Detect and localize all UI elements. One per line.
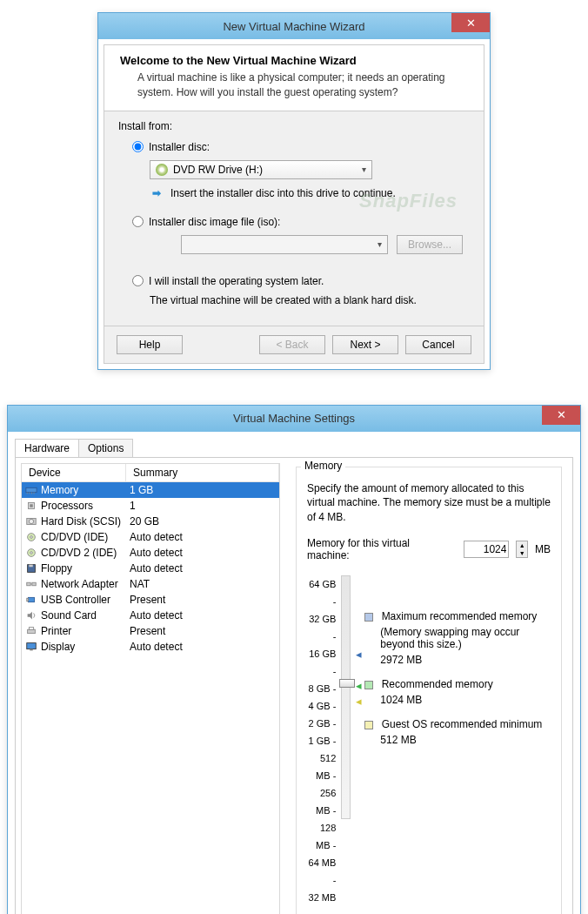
svg-rect-3: [31, 492, 32, 494]
device-name: USB Controller: [41, 594, 110, 606]
memory-slider[interactable]: ◂ ◂ ◂: [341, 575, 351, 819]
device-summary: NAT: [130, 578, 276, 590]
svg-rect-24: [30, 649, 33, 650]
tab-hardware[interactable]: Hardware: [15, 439, 79, 457]
memory-tick: 256 MB ‑: [307, 784, 336, 819]
disc-hint-row: ➡ Insert the installer disc into this dr…: [150, 186, 470, 200]
memory-tick: 1 GB ‑: [307, 732, 336, 749]
wizard-header: Welcome to the New Virtual Machine Wizar…: [104, 45, 484, 111]
device-name: Display: [41, 641, 75, 653]
legend-max: Maximum recommended memory (Memory swapp…: [364, 610, 551, 666]
svg-rect-0: [26, 487, 37, 492]
close-button[interactable]: ✕: [451, 13, 490, 32]
close-button[interactable]: ✕: [542, 406, 580, 425]
close-icon: ✕: [466, 17, 476, 30]
memory-tick: 64 MB ‑: [307, 854, 336, 889]
memory-unit: MB: [535, 543, 551, 555]
radio-iso-input[interactable]: [132, 216, 144, 227]
memory-spinner[interactable]: ▲▼: [516, 541, 528, 558]
memory-input-row: Memory for this virtual machine: ▲▼ MB: [307, 537, 551, 561]
svg-marker-20: [28, 611, 32, 619]
legend-max-note: (Memory swapping may occur beyond this s…: [380, 626, 551, 650]
memory-tick: 4 GB ‑: [307, 697, 336, 715]
radio-disc-input[interactable]: [132, 141, 144, 152]
marker-max-icon: ◂: [356, 648, 362, 661]
legend-rec-value: 1024 MB: [380, 694, 551, 706]
col-device[interactable]: Device: [22, 464, 126, 481]
device-name: CD/DVD (IDE): [41, 531, 108, 543]
legend-rec-label: Recommended memory: [382, 678, 493, 690]
settings-titlebar[interactable]: Virtual Machine Settings ✕: [8, 406, 580, 432]
browse-button[interactable]: Browse...: [397, 235, 463, 254]
disc-icon: [156, 164, 168, 176]
prn-icon: [25, 626, 37, 636]
cpu-icon: [25, 501, 37, 511]
device-summary: 1: [130, 500, 276, 512]
radio-installer-disc[interactable]: Installer disc:: [132, 141, 470, 153]
memory-ticks: 64 GB ‑32 GB ‑16 GB ‑8 GB ‑4 GB ‑2 GB ‑1…: [307, 575, 336, 914]
next-button[interactable]: Next >: [332, 335, 398, 354]
memory-fieldset-label: Memory: [301, 460, 345, 472]
device-summary: 20 GB: [130, 515, 276, 528]
cancel-button[interactable]: Cancel: [405, 335, 471, 354]
device-row[interactable]: Processors1: [22, 498, 279, 514]
wizard-body: Welcome to the New Virtual Machine Wizar…: [104, 44, 484, 364]
svg-rect-19: [27, 598, 29, 601]
memory-tick: 2 GB ‑: [307, 715, 336, 732]
col-summary[interactable]: Summary: [126, 464, 279, 481]
device-row[interactable]: USB ControllerPresent: [22, 592, 279, 608]
drive-select[interactable]: DVD RW Drive (H:): [150, 160, 372, 179]
device-row[interactable]: CD/DVD 2 (IDE)Auto detect: [22, 545, 279, 561]
settings-title: Virtual Machine Settings: [233, 412, 355, 425]
legend-min: Guest OS recommended minimum 512 MB: [364, 718, 551, 746]
help-button[interactable]: Help: [117, 335, 183, 354]
hdd-icon: [25, 516, 37, 527]
device-row[interactable]: Hard Disk (SCSI)20 GB: [22, 514, 279, 529]
close-icon: ✕: [557, 408, 566, 421]
svg-rect-15: [27, 582, 30, 586]
radio-later-input[interactable]: [132, 275, 144, 286]
device-row[interactable]: CD/DVD (IDE)Auto detect: [22, 529, 279, 545]
wizard-titlebar[interactable]: New Virtual Machine Wizard ✕: [98, 13, 490, 39]
square-blue-icon: [364, 613, 373, 622]
legend-min-value: 512 MB: [380, 734, 551, 746]
legend-min-label: Guest OS recommended minimum: [382, 718, 543, 730]
device-row[interactable]: Sound CardAuto detect: [22, 608, 279, 623]
memory-slider-thumb[interactable]: [339, 679, 355, 688]
iso-browse-row: Browse...: [150, 235, 470, 254]
tab-options[interactable]: Options: [78, 439, 133, 457]
svg-point-10: [30, 535, 33, 538]
wizard-subheading: A virtual machine is like a physical com…: [137, 71, 468, 100]
arrow-right-icon: ➡: [150, 186, 164, 200]
svg-point-12: [30, 551, 33, 554]
device-summary: 1 GB: [130, 484, 276, 496]
floppy-icon: [25, 563, 37, 574]
memory-field-label: Memory for this virtual machine:: [307, 537, 450, 561]
svg-rect-21: [28, 629, 36, 633]
svg-rect-23: [27, 642, 37, 649]
settings-window: Virtual Machine Settings ✕ Hardware Opti…: [7, 405, 581, 914]
memory-legend: Maximum recommended memory (Memory swapp…: [364, 575, 551, 914]
radio-later[interactable]: I will install the operating system late…: [132, 275, 470, 287]
radio-later-label: I will install the operating system late…: [149, 275, 324, 287]
radio-iso[interactable]: Installer disc image file (iso):: [132, 216, 470, 228]
memory-tick: 64 GB ‑: [307, 575, 336, 610]
iso-path-combo[interactable]: [181, 235, 388, 254]
square-green-icon: [364, 681, 373, 689]
wizard-heading: Welcome to the New Virtual Machine Wizar…: [120, 54, 468, 67]
device-name: Sound Card: [41, 609, 97, 622]
memory-tick: 16 GB ‑: [307, 645, 336, 680]
device-row[interactable]: FloppyAuto detect: [22, 561, 279, 576]
device-row[interactable]: DisplayAuto detect: [22, 639, 279, 655]
disp-icon: [25, 642, 37, 652]
device-row[interactable]: PrinterPresent: [22, 623, 279, 639]
back-button[interactable]: < Back: [259, 335, 325, 354]
device-list: Device Summary Memory1 GBProcessors1Hard…: [21, 463, 280, 914]
wizard-footer: Help < Back Next > Cancel: [104, 326, 484, 363]
device-summary: Present: [130, 625, 276, 637]
device-row[interactable]: Memory1 GB: [22, 482, 279, 498]
device-row[interactable]: Network AdapterNAT: [22, 576, 279, 592]
memory-input[interactable]: [464, 541, 509, 558]
memory-tick: 8 GB ‑: [307, 680, 336, 697]
memory-tick: 32 MB ‑: [307, 889, 336, 914]
